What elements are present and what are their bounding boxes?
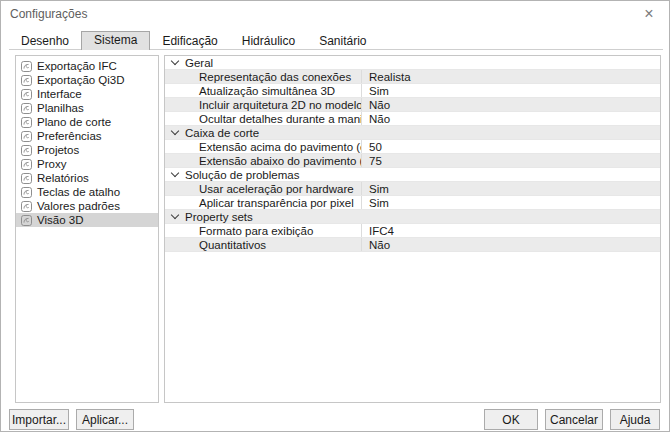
property-value[interactable]: Não [362, 112, 660, 125]
settings-icon [21, 117, 32, 128]
ok-button[interactable]: OK [484, 409, 538, 430]
property-row-atualizacao-simultanea-3d[interactable]: Atualização simultânea 3DSim [165, 84, 660, 98]
window-title: Configurações [10, 7, 87, 21]
property-name: Representação das conexões [165, 70, 362, 83]
section-header-caixa-de-corte[interactable]: Caixa de corte [165, 126, 660, 140]
property-value[interactable]: Sim [362, 84, 660, 97]
property-name: Extensão abaixo do pavimento (cm) [165, 154, 362, 167]
property-value[interactable]: 50 [362, 140, 660, 153]
title-bar: Configurações × [1, 1, 669, 27]
property-row-aplicar-transparencia-por-pixel[interactable]: Aplicar transparência por pixelSim [165, 196, 660, 210]
settings-icon [21, 159, 32, 170]
property-name: Ocultar detalhes durante a manipulação [165, 112, 362, 125]
settings-icon [21, 187, 32, 198]
import-button[interactable]: Importar... [9, 409, 69, 430]
settings-icon [21, 173, 32, 184]
sidebar-item-exportacao-ifc[interactable]: Exportação IFC [16, 59, 158, 73]
section-header-property-sets[interactable]: Property sets [165, 210, 660, 224]
sidebar-item-projetos[interactable]: Projetos [16, 143, 158, 157]
section-title: Caixa de corte [185, 127, 259, 139]
property-row-extensao-abaixo-do-pavimento-cm[interactable]: Extensão abaixo do pavimento (cm)75 [165, 154, 660, 168]
sidebar-item-valores-padroes[interactable]: Valores padrões [16, 199, 158, 213]
section-header-geral[interactable]: Geral [165, 56, 660, 70]
sidebar-item-planilhas[interactable]: Planilhas [16, 101, 158, 115]
tab-desenho[interactable]: Desenho [9, 34, 81, 49]
chevron-down-icon [171, 127, 179, 135]
apply-button[interactable]: Aplicar... [76, 409, 134, 430]
property-value[interactable]: Realista [362, 70, 660, 83]
property-name: Aplicar transparência por pixel [165, 196, 362, 209]
property-row-representacao-das-conexoes[interactable]: Representação das conexõesRealista [165, 70, 660, 84]
sidebar-item-label: Exportação IFC [37, 60, 117, 72]
tab-hidraulico[interactable]: Hidráulico [230, 34, 307, 49]
sidebar-item-label: Teclas de atalho [37, 186, 120, 198]
property-name: Quantitativos [165, 238, 362, 251]
footer-left-buttons: Importar... Aplicar... [9, 409, 134, 430]
sidebar-item-exportacao-qi3d[interactable]: Exportação Qi3D [16, 73, 158, 87]
settings-icon [21, 201, 32, 212]
sidebar-item-interface[interactable]: Interface [16, 87, 158, 101]
tab-strip: DesenhoSistemaEdificaçãoHidráulicoSanitá… [9, 30, 663, 50]
settings-icon [21, 131, 32, 142]
property-value[interactable]: Não [362, 238, 660, 251]
sidebar-item-label: Valores padrões [37, 200, 120, 212]
property-row-extensao-acima-do-pavimento-cm[interactable]: Extensão acima do pavimento (cm)50 [165, 140, 660, 154]
sidebar-item-relatorios[interactable]: Relatórios [16, 171, 158, 185]
property-value[interactable]: Sim [362, 196, 660, 209]
property-name: Atualização simultânea 3D [165, 84, 362, 97]
property-row-ocultar-detalhes-durante-a-manipulacao[interactable]: Ocultar detalhes durante a manipulaçãoNã… [165, 112, 660, 126]
property-value[interactable]: Não [362, 98, 660, 111]
chevron-down-icon [171, 169, 179, 177]
sidebar-item-proxy[interactable]: Proxy [16, 157, 158, 171]
property-name: Extensão acima do pavimento (cm) [165, 140, 362, 153]
footer-right-buttons: OK Cancelar Ajuda [484, 409, 660, 430]
tab-edificacao[interactable]: Edificação [150, 34, 229, 49]
settings-icon [21, 75, 32, 86]
sidebar-item-visao-3d[interactable]: Visão 3D [16, 213, 158, 227]
section-title: Geral [185, 57, 213, 69]
sidebar-item-preferencias[interactable]: Preferências [16, 129, 158, 143]
sidebar-item-label: Projetos [37, 144, 79, 156]
close-icon[interactable]: × [635, 4, 663, 24]
sidebar-item-label: Relatórios [37, 172, 89, 184]
settings-icon [21, 61, 32, 72]
settings-dialog: Configurações × DesenhoSistemaEdificação… [0, 0, 670, 432]
property-value[interactable]: Sim [362, 182, 660, 195]
sidebar-item-label: Interface [37, 88, 82, 100]
sidebar-item-plano-de-corte[interactable]: Plano de corte [16, 115, 158, 129]
property-value[interactable]: 75 [362, 154, 660, 167]
property-row-formato-para-exibicao[interactable]: Formato para exibiçãoIFC4 [165, 224, 660, 238]
sidebar-item-label: Preferências [37, 130, 102, 142]
property-row-quantitativos[interactable]: QuantitativosNão [165, 238, 660, 252]
property-value[interactable]: IFC4 [362, 224, 660, 237]
property-name: Formato para exibição [165, 224, 362, 237]
cancel-button[interactable]: Cancelar [545, 409, 603, 430]
settings-category-list: Exportação IFCExportação Qi3DInterfacePl… [15, 55, 159, 403]
section-title: Property sets [185, 211, 253, 223]
section-title: Solução de problemas [185, 169, 299, 181]
settings-icon [21, 89, 32, 100]
chevron-down-icon [171, 57, 179, 65]
settings-icon [21, 103, 32, 114]
sidebar-item-label: Proxy [37, 158, 66, 170]
property-row-incluir-arquitetura-2d-no-modelo-3d[interactable]: Incluir arquitetura 2D no modelo 3DNão [165, 98, 660, 112]
chevron-down-icon [171, 211, 179, 219]
tab-sistema[interactable]: Sistema [81, 31, 150, 50]
tab-sanitario[interactable]: Sanitário [307, 34, 378, 49]
section-header-solucao-de-problemas[interactable]: Solução de problemas [165, 168, 660, 182]
property-row-usar-aceleracao-por-hardware[interactable]: Usar aceleração por hardwareSim [165, 182, 660, 196]
sidebar-item-teclas-de-atalho[interactable]: Teclas de atalho [16, 185, 158, 199]
sidebar-item-label: Planilhas [37, 102, 84, 114]
property-name: Incluir arquitetura 2D no modelo 3D [165, 98, 362, 111]
settings-icon [21, 145, 32, 156]
sidebar-item-label: Exportação Qi3D [37, 74, 125, 86]
help-button[interactable]: Ajuda [610, 409, 660, 430]
property-grid: GeralRepresentação das conexõesRealistaA… [164, 55, 661, 403]
sidebar-item-label: Visão 3D [37, 214, 83, 226]
sidebar-item-label: Plano de corte [37, 116, 111, 128]
property-name: Usar aceleração por hardware [165, 182, 362, 195]
settings-icon [21, 215, 32, 226]
